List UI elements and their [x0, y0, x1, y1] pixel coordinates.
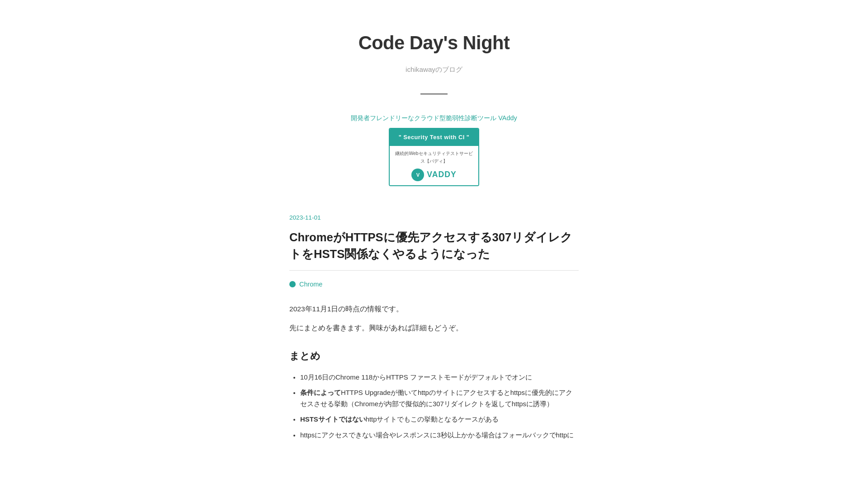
post-intro-2: 先にまとめを書きます。興味があれば詳細もどうぞ。: [289, 322, 579, 334]
post-title: ChromeがHTTPSに優先アクセスする307リダイレクトをHSTS関係なくや…: [289, 229, 579, 263]
tag-link-chrome[interactable]: Chrome: [299, 279, 322, 290]
vaddy-icon: V: [411, 169, 424, 181]
divider-line: [420, 94, 448, 94]
tag-icon: [289, 281, 296, 287]
vaddy-logo-text: VADDY: [427, 168, 456, 182]
list-item: httpsにアクセスできない場合やレスポンスに3秒以上かかる場合はフォールバック…: [300, 430, 579, 441]
post-intro-1: 2023年11月1日の時点の情報です。: [289, 303, 579, 315]
ad-title-link[interactable]: 開発者フレンドリーなクラウド型脆弱性診断ツール VAddy: [289, 113, 579, 123]
post-divider: [289, 270, 579, 271]
ad-banner: " Security Test with CI " 継続的Webセキュリティテス…: [389, 128, 479, 186]
post-tags: Chrome: [289, 279, 579, 290]
site-header: Code Day's Night ichikawayのブログ: [289, 27, 579, 75]
post-date: 2023-11-01: [289, 212, 579, 223]
ad-logo-area: V VADDY: [394, 168, 474, 182]
list-item: HSTSサイトではないhttpサイトでもこの挙動となるケースがある: [300, 414, 579, 425]
site-wrapper: Code Day's Night ichikawayのブログ 開発者フレンドリー…: [280, 0, 588, 484]
summary-list: 10月16日のChrome 118からHTTPS ファーストモードがデフォルトで…: [289, 372, 579, 441]
site-subtitle: ichikawayのブログ: [289, 64, 579, 75]
ad-banner-bottom: 継続的Webセキュリティテストサービス【バディ】 V VADDY: [390, 146, 478, 185]
ad-section: 開発者フレンドリーなクラウド型脆弱性診断ツール VAddy " Security…: [289, 113, 579, 190]
list-item: 条件によってHTTPS Upgradeが働いてhttpのサイトにアクセスするとh…: [300, 387, 579, 409]
post-article: 2023-11-01 ChromeがHTTPSに優先アクセスする307リダイレク…: [289, 212, 579, 441]
ad-banner-subtitle: 継続的Webセキュリティテストサービス【バディ】: [394, 150, 474, 165]
list-item: 10月16日のChrome 118からHTTPS ファーストモードがデフォルトで…: [300, 372, 579, 383]
summary-heading: まとめ: [289, 348, 579, 365]
ad-banner-top-text: " Security Test with CI ": [390, 129, 478, 146]
site-title: Code Day's Night: [289, 27, 579, 59]
header-divider: [289, 94, 579, 94]
